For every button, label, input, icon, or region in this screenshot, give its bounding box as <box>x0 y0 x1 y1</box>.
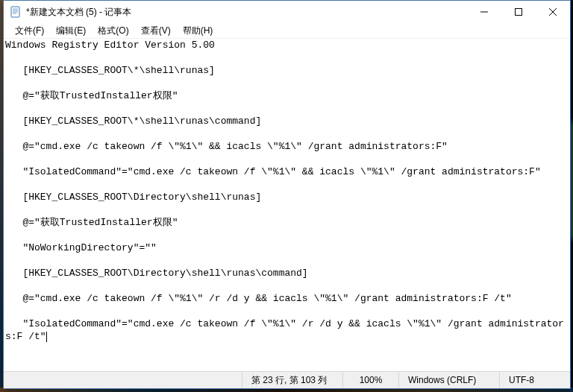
menu-file[interactable]: 文件(F) <box>10 24 49 38</box>
menu-format[interactable]: 格式(O) <box>93 24 134 38</box>
menu-bar: 文件(F) 编辑(E) 格式(O) 查看(V) 帮助(H) <box>4 23 570 39</box>
menu-view[interactable]: 查看(V) <box>136 24 176 38</box>
maximize-button[interactable] <box>501 1 536 23</box>
status-encoding: UTF-8 <box>499 372 570 388</box>
notepad-window: *新建文本文档 (5) - 记事本 文件(F) 编辑(E) 格式(O) 查看(V… <box>3 0 571 389</box>
menu-help[interactable]: 帮助(H) <box>178 24 219 38</box>
editor-content: Windows Registry Editor Version 5.00 [HK… <box>5 39 564 342</box>
text-editor[interactable]: Windows Registry Editor Version 5.00 [HK… <box>4 39 570 371</box>
text-caret <box>46 332 47 342</box>
status-zoom: 100% <box>342 372 398 388</box>
window-controls <box>467 1 570 23</box>
title-bar[interactable]: *新建文本文档 (5) - 记事本 <box>4 1 570 23</box>
svg-rect-6 <box>516 9 522 16</box>
status-eol: Windows (CRLF) <box>398 372 499 388</box>
close-button[interactable] <box>536 1 570 23</box>
window-title: *新建文本文档 (5) - 记事本 <box>26 6 131 19</box>
status-lead <box>4 372 242 388</box>
status-position: 第 23 行, 第 103 列 <box>242 372 342 388</box>
minimize-button[interactable] <box>467 1 501 23</box>
status-bar: 第 23 行, 第 103 列 100% Windows (CRLF) UTF-… <box>4 371 570 388</box>
app-icon <box>10 6 22 18</box>
menu-edit[interactable]: 编辑(E) <box>51 24 91 38</box>
